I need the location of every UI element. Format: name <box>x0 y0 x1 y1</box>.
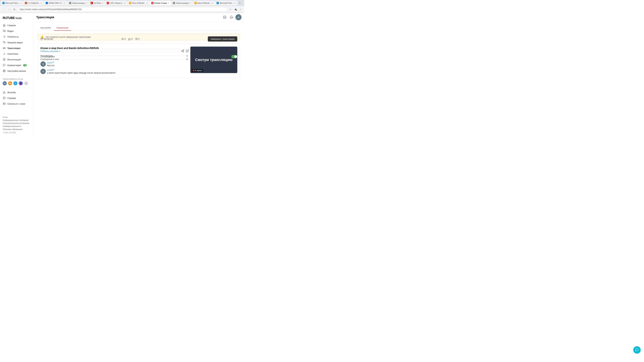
tab-close[interactable]: ✕ <box>20 2 21 4</box>
sidebar-item-home[interactable]: Главная <box>0 22 33 28</box>
chat-toggle[interactable] <box>231 55 237 58</box>
tab-microsoft-fami-2[interactable]: 🌐 Microsoft Fami... ✕ <box>215 1 237 5</box>
avatar[interactable]: A <box>236 14 242 20</box>
tab-close-ms2[interactable]: ✕ <box>234 2 236 4</box>
tab-dave-2[interactable]: 🍌 Dave & Bambi... ✕ <box>193 1 215 5</box>
stream-stats: 0 0 0 <box>122 38 140 40</box>
footer-link-terms[interactable]: Пользовательское соглашение <box>3 122 31 125</box>
tab-vulkan[interactable]: 🎮 (+) VulkanTe... ✕ <box>23 1 44 5</box>
share-button[interactable] <box>180 49 185 53</box>
social-telegram[interactable]: ✈ <box>14 81 18 85</box>
toggle-knob <box>234 55 237 58</box>
tab-youtube[interactable]: ▶ YouTube ✕ <box>89 1 105 5</box>
social-vk[interactable]: VK <box>3 81 7 85</box>
svg-point-31 <box>122 38 123 39</box>
sidebar-item-streams[interactable]: Трансляции <box>0 45 33 51</box>
refresh-button[interactable]: ↻ <box>12 7 17 12</box>
streams-icon <box>3 46 6 50</box>
sidebar-label-comments: Комментарии <box>8 64 21 66</box>
tab-label-vulkan: (+) VulkanTe... <box>28 2 40 4</box>
extensions-button[interactable]: 🔌 <box>233 7 238 12</box>
sidebar-item-channel-settings[interactable]: Настройка канала <box>0 68 33 74</box>
footer-link-privacy[interactable]: Конфиденциальность <box>3 125 31 128</box>
social-add[interactable]: + <box>24 81 28 85</box>
tab-dave-1[interactable]: 🍌 Dave & Bambi... ✕ <box>127 1 149 5</box>
sidebar-item-complaints[interactable]: Жалобы <box>0 89 33 95</box>
new-tab-button[interactable]: + <box>238 1 242 5</box>
svg-line-29 <box>187 50 188 51</box>
views-value: 1 <box>186 54 188 57</box>
app-layout: RUTUBE·Studio Главная Видео Плейлисты <box>0 13 244 137</box>
footer-link-about[interactable]: О нас <box>3 116 31 119</box>
tab-close-rutube[interactable]: ✕ <box>168 2 169 4</box>
timer-icon <box>40 38 43 40</box>
sidebar-item-upload[interactable]: Загрузка видео <box>0 39 33 45</box>
tab-rutube-studio[interactable]: R Rutube Студия ✕ <box>150 1 171 5</box>
sidebar-item-playlists[interactable]: Плейлисты <box>0 34 33 39</box>
social-section: Подписывайтесь на нас VK OK ✈ 📱 + <box>0 77 33 87</box>
social-ok[interactable]: OK <box>8 81 12 85</box>
tab-favicon-sonic: 🔵 <box>46 2 48 4</box>
chat-messages-label: Сообщений в чате <box>40 58 59 60</box>
svg-point-16 <box>4 70 4 71</box>
stream-desc-link[interactable]: Показать описание ▾ <box>40 50 99 52</box>
logo-rutube: RUTUBE <box>3 16 15 19</box>
help-icon <box>3 96 6 99</box>
forward-button[interactable]: → <box>7 7 12 12</box>
chat-user-1[interactable]: e1iot77 <box>47 61 54 64</box>
menu-button[interactable]: ⋮ <box>238 7 243 12</box>
likes-value: 0 <box>131 38 132 40</box>
svg-point-24 <box>183 50 184 51</box>
dislikes-stat: 0 <box>135 38 139 40</box>
tab-new-1[interactable]: Новая вкладка ✕ <box>67 1 89 5</box>
footer-link-legal[interactable]: Правовая информация <box>3 128 31 131</box>
stream-card: Играю в мод Dave and Bambi defenitive-RE… <box>38 44 240 49</box>
playlists-icon <box>3 35 6 38</box>
create-button[interactable] <box>222 14 228 20</box>
chat-count: 2 сообщения <box>40 55 55 58</box>
tab-favicon-rutube: R <box>151 2 154 4</box>
sidebar-label-contact: Связаться с нами <box>8 103 25 105</box>
tab-close-dave2[interactable]: ✕ <box>212 2 213 4</box>
content-area: Настройки Управление 🔔 Чат сотрётся посл… <box>34 22 244 81</box>
stream-title: Играю в мод Dave and Bambi defenitive-RE… <box>40 46 99 49</box>
notifications-button[interactable] <box>229 14 234 20</box>
tab-close-youtube[interactable]: ✕ <box>102 2 103 4</box>
tab-close-vulkan[interactable]: ✕ <box>41 2 42 4</box>
sidebar-item-comments[interactable]: Комментарии +3 <box>0 62 33 68</box>
end-stream-button[interactable]: Завершить трансляцию <box>208 36 237 41</box>
main-content: Трансляция A Настройки Управление 🔔 Чат <box>34 13 244 137</box>
tab-label-dave2: Dave & Bambi... <box>198 2 211 4</box>
address-bar[interactable]: https://studio.rutube.ru/stream/2f321b4e… <box>18 7 228 12</box>
logo-studio: Studio <box>16 17 22 19</box>
viewers-value: 0 <box>124 38 126 40</box>
sidebar-item-video[interactable]: Видео <box>0 28 33 34</box>
tab-new-2[interactable]: Новая вкладка ✕ <box>171 1 192 5</box>
external-link-button[interactable] <box>185 49 190 53</box>
svg-point-26 <box>183 51 184 52</box>
footer-link-info[interactable]: Информационные сообщения <box>3 119 31 122</box>
tab-close-new1[interactable]: ✕ <box>86 2 87 4</box>
tab-management[interactable]: Управление <box>54 25 71 31</box>
tab-close-new2[interactable]: ✕ <box>190 2 191 4</box>
contact-icon <box>3 102 6 105</box>
tab-close-sonic[interactable]: ✕ <box>64 2 66 4</box>
bookmark-button[interactable]: ☆ <box>228 7 233 12</box>
tab-live[interactable]: 🔴 LIVE: Играю в... ✕ <box>105 1 127 5</box>
tab-sonic[interactable]: 🔵 SONIC FAN / C... ✕ <box>44 1 67 5</box>
social-viber[interactable]: 📱 <box>19 81 23 85</box>
sidebar-item-contact[interactable]: Связаться с нами <box>0 101 33 107</box>
tab-microsoft-fami-1[interactable]: 🌐 Microsoft Fami... ✕ <box>1 1 23 5</box>
tab-favicon-ms2: 🌐 <box>216 2 219 4</box>
tab-settings[interactable]: Настройки <box>38 25 54 31</box>
chat-user-2[interactable]: e1iot77 <box>47 69 54 71</box>
live-badge: В эфире <box>192 69 203 72</box>
sidebar-item-analytics[interactable]: Аналитика <box>0 51 33 57</box>
tab-close-dave1[interactable]: ✕ <box>146 2 148 4</box>
tab-close-live[interactable]: ✕ <box>124 2 126 4</box>
back-button[interactable]: ← <box>1 7 6 12</box>
logo-text: RUTUBE·Studio <box>3 16 22 19</box>
svg-line-28 <box>182 50 183 51</box>
sidebar-item-help[interactable]: Справка <box>0 95 33 101</box>
sidebar-item-monetization[interactable]: Монетизация <box>0 57 33 62</box>
